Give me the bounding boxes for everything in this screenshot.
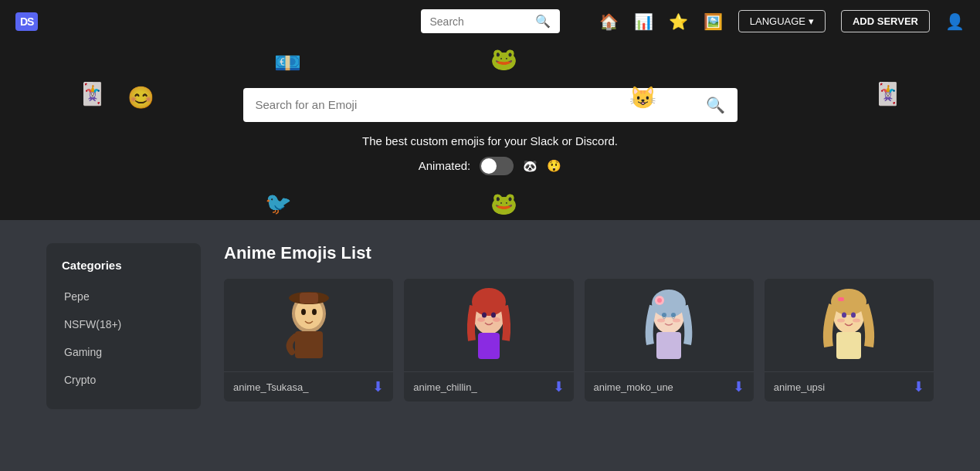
floating-emoji-6: 🃏 [874, 81, 901, 107]
hero-search-bar: 🔍 [243, 88, 738, 122]
floating-emoji-3: 🃏 [79, 81, 106, 107]
nav-icons-group: 🏠 📊 ⭐ 🖼️ LANGUAGE ▾ ADD SERVER 👤 [599, 10, 965, 32]
svg-rect-3 [300, 293, 318, 303]
floating-emoji-7: 🐦 [265, 191, 292, 216]
search-icon: 🔍 [535, 14, 551, 29]
toggle-knob [481, 158, 497, 174]
floating-emoji-4: 😊 [127, 85, 154, 110]
svg-point-5 [312, 309, 317, 315]
svg-point-28 [837, 319, 845, 323]
chart-icon[interactable]: 📊 [634, 12, 653, 31]
sidebar-title: Categories [46, 259, 201, 283]
floating-emoji-2: 🐸 [490, 46, 517, 72]
nav-search-bar: 🔍 [421, 9, 560, 33]
download-icon-upsi[interactable]: ⬇ [913, 378, 924, 395]
main-content: Categories Pepe NSFW(18+) Gaming Crypto … [0, 220, 980, 471]
emoji-img-moko [585, 279, 754, 371]
star-icon[interactable]: ⭐ [669, 12, 688, 31]
home-icon[interactable]: 🏠 [599, 12, 619, 31]
logo-box: DS [15, 12, 38, 31]
emoji-panda: 🐼 [523, 159, 537, 173]
emoji-card-footer-chillin: anime_chillin_ ⬇ [404, 371, 573, 402]
animated-label: Animated: [419, 159, 471, 172]
floating-emoji-8: 🐸 [490, 191, 517, 216]
logo-link[interactable]: DS [15, 12, 38, 31]
animated-toggle[interactable] [480, 157, 514, 175]
svg-point-18 [662, 313, 666, 317]
svg-point-21 [673, 319, 680, 323]
emoji-card-tsukasa: anime_Tsukasa_ ⬇ [224, 279, 393, 402]
animated-toggle-row: Animated: 🐼 😲 [419, 157, 562, 175]
svg-point-24 [831, 289, 866, 315]
floating-emoji-1: 💶 [274, 50, 301, 76]
svg-point-4 [301, 309, 306, 315]
emoji-name-chillin: anime_chillin_ [413, 381, 476, 393]
emoji-grid: anime_Tsukasa_ ⬇ [224, 279, 934, 402]
emoji-name-tsukasa: anime_Tsukasa_ [233, 381, 309, 393]
svg-rect-6 [295, 331, 323, 358]
hero-subtitle: The best custom emojis for your Slack or… [362, 134, 618, 147]
download-icon-tsukasa[interactable]: ⬇ [372, 378, 384, 395]
svg-rect-30 [836, 332, 861, 359]
sidebar-item-nsfw[interactable]: NSFW(18+) [46, 310, 201, 338]
svg-point-12 [493, 317, 500, 322]
user-icon[interactable]: 👤 [945, 12, 965, 31]
emoji-card-footer-moko: anime_moko_une ⬇ [585, 371, 754, 402]
emoji-img-upsi [765, 279, 934, 371]
sidebar-item-crypto[interactable]: Crypto [46, 366, 201, 394]
svg-point-20 [657, 319, 665, 323]
hero-search-input[interactable] [256, 98, 706, 111]
emoji-name-moko: anime_moko_une [594, 381, 673, 393]
navbar: DS 🔍 🏠 📊 ⭐ 🖼️ LANGUAGE ▾ ADD SERVER 👤 [0, 0, 980, 42]
emoji-card-footer-tsukasa: anime_Tsukasa_ ⬇ [224, 371, 393, 402]
sidebar-item-pepe[interactable]: Pepe [46, 283, 201, 310]
emoji-section: Anime Emojis List [224, 243, 934, 459]
emoji-img-tsukasa [224, 279, 393, 371]
download-icon-moko[interactable]: ⬇ [733, 378, 744, 395]
add-server-button[interactable]: ADD SERVER [841, 10, 930, 32]
language-button[interactable]: LANGUAGE ▾ [738, 10, 826, 32]
svg-point-10 [491, 313, 496, 318]
svg-point-26 [842, 313, 846, 318]
emoji-card-footer-upsi: anime_upsi ⬇ [765, 371, 934, 402]
emoji-list-title: Anime Emojis List [224, 243, 934, 263]
svg-rect-22 [656, 332, 681, 359]
emoji-name-upsi: anime_upsi [774, 381, 826, 393]
svg-rect-13 [478, 333, 500, 359]
svg-point-17 [657, 298, 662, 303]
emoji-card-chillin: anime_chillin_ ⬇ [404, 279, 573, 402]
image-icon[interactable]: 🖼️ [704, 12, 723, 31]
hero-section: 💶 🐸 🃏 😊 😺 🃏 🐦 🐸 🔍 The best custom emojis… [0, 42, 980, 220]
sidebar: Categories Pepe NSFW(18+) Gaming Crypto [46, 243, 201, 409]
download-icon-chillin[interactable]: ⬇ [553, 378, 565, 395]
svg-point-8 [472, 288, 506, 316]
svg-point-27 [851, 313, 856, 318]
svg-rect-25 [838, 297, 844, 301]
svg-point-29 [853, 319, 860, 323]
sidebar-item-gaming[interactable]: Gaming [46, 338, 201, 366]
svg-point-11 [477, 317, 485, 322]
emoji-card-upsi: anime_upsi ⬇ [765, 279, 934, 402]
emoji-card-moko: anime_moko_une ⬇ [585, 279, 754, 402]
svg-point-19 [671, 313, 676, 317]
nav-search-input[interactable] [430, 15, 529, 28]
emoji-surprised: 😲 [547, 159, 561, 173]
hero-search-icon: 🔍 [706, 96, 725, 114]
svg-point-9 [482, 313, 487, 318]
emoji-img-chillin [404, 279, 573, 371]
